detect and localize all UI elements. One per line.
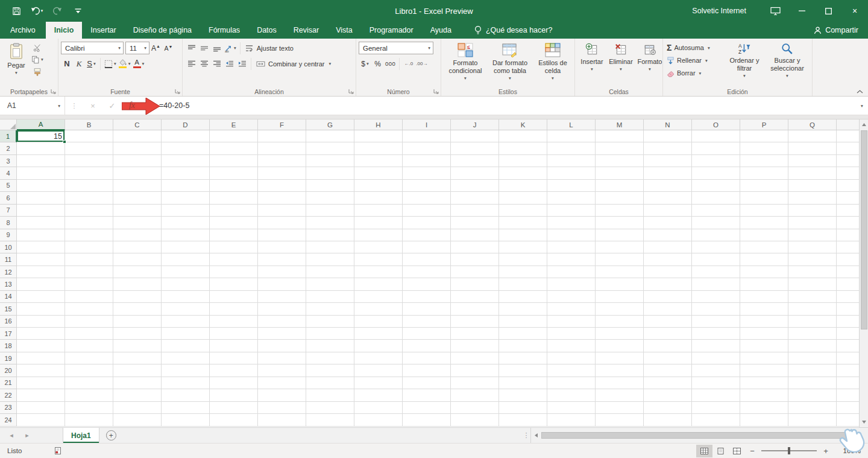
row-header-23[interactable]: 23: [0, 402, 17, 414]
tell-me-box[interactable]: ¿Qué desea hacer?: [474, 22, 553, 39]
cell-B20[interactable]: [65, 364, 113, 377]
cell-N22[interactable]: [644, 389, 692, 401]
cell-O2[interactable]: [692, 142, 740, 154]
fill-dropdown-icon[interactable]: ▾: [705, 58, 708, 63]
cell-M19[interactable]: [596, 352, 644, 364]
underline-button[interactable]: S▾: [85, 57, 98, 70]
cell-P6[interactable]: [740, 192, 788, 204]
fill-handle[interactable]: [63, 140, 66, 144]
cell-A5[interactable]: [17, 180, 65, 192]
cell-M3[interactable]: [596, 155, 644, 167]
cell-B18[interactable]: [65, 340, 113, 352]
cell-E17[interactable]: [210, 328, 258, 340]
cell-A21[interactable]: [17, 377, 65, 389]
name-box[interactable]: A1 ▾: [0, 97, 65, 115]
cell-I24[interactable]: [403, 414, 451, 426]
find-select-button[interactable]: Buscar y seleccionar ▾: [766, 41, 809, 87]
cell-I13[interactable]: [403, 278, 451, 290]
cell-M22[interactable]: [596, 389, 644, 401]
cell-L12[interactable]: [547, 266, 596, 278]
cell-C9[interactable]: [113, 229, 162, 241]
cell-N12[interactable]: [644, 266, 692, 278]
cell-O15[interactable]: [692, 303, 740, 315]
cell-P3[interactable]: [740, 155, 788, 167]
cell-H5[interactable]: [354, 180, 403, 192]
insert-function-button[interactable]: fx: [122, 97, 142, 115]
cell-N18[interactable]: [644, 340, 692, 352]
cell-D6[interactable]: [162, 192, 210, 204]
cell-A19[interactable]: [17, 352, 65, 364]
cell-E3[interactable]: [210, 155, 258, 167]
sheet-tab-hoja1[interactable]: Hoja1: [63, 428, 99, 443]
cell-D24[interactable]: [162, 414, 210, 426]
cell-J7[interactable]: [451, 205, 499, 217]
merge-center-dropdown-icon[interactable]: ▾: [329, 61, 332, 66]
cell-C21[interactable]: [113, 377, 162, 389]
cell-D12[interactable]: [162, 266, 210, 278]
cell-B17[interactable]: [65, 328, 113, 340]
previous-sheet-button[interactable]: ◂: [4, 428, 19, 443]
cell-L11[interactable]: [547, 253, 596, 266]
cell-L7[interactable]: [547, 205, 596, 217]
scroll-up-button[interactable]: [860, 119, 868, 130]
row-header-22[interactable]: 22: [0, 389, 17, 401]
cell-D21[interactable]: [162, 377, 210, 389]
cell-A4[interactable]: [17, 167, 65, 179]
find-select-dropdown-icon[interactable]: ▾: [786, 73, 788, 78]
cell-A12[interactable]: [17, 266, 65, 278]
cell-M13[interactable]: [596, 278, 644, 290]
cell-G22[interactable]: [306, 389, 354, 401]
cell-B12[interactable]: [65, 266, 113, 278]
cell-A10[interactable]: [17, 241, 65, 253]
cell-E2[interactable]: [210, 142, 258, 154]
cell-B2[interactable]: [65, 142, 113, 154]
cell-Q16[interactable]: [788, 316, 837, 328]
cell-Q18[interactable]: [788, 340, 837, 352]
row-header-9[interactable]: 9: [0, 229, 17, 241]
column-header-C[interactable]: C: [113, 119, 162, 130]
cell-D3[interactable]: [162, 155, 210, 167]
cell-M2[interactable]: [596, 142, 644, 154]
cell-Q14[interactable]: [788, 291, 837, 303]
format-as-table-dropdown-icon[interactable]: ▾: [509, 75, 511, 81]
cell-J16[interactable]: [451, 316, 499, 328]
cell-Q20[interactable]: [788, 364, 837, 377]
cell-O8[interactable]: [692, 217, 740, 229]
cell-B5[interactable]: [65, 180, 113, 192]
cell-M4[interactable]: [596, 167, 644, 179]
copy-dropdown-icon[interactable]: ▾: [41, 57, 43, 62]
cell-G9[interactable]: [306, 229, 354, 241]
cell-J1[interactable]: [451, 130, 499, 142]
tab-inicio[interactable]: Inicio: [46, 22, 83, 39]
sort-filter-button[interactable]: AZ Ordenar y filtrar ▾: [723, 41, 766, 87]
cell-D10[interactable]: [162, 241, 210, 253]
fill-color-dropdown-icon[interactable]: ▾: [128, 61, 131, 66]
cell-I14[interactable]: [403, 291, 451, 303]
cell-G18[interactable]: [306, 340, 354, 352]
cell-M10[interactable]: [596, 241, 644, 253]
cell-E20[interactable]: [210, 364, 258, 377]
cell-Q1[interactable]: [788, 130, 837, 142]
cell-Q13[interactable]: [788, 278, 837, 290]
display-settings-button[interactable]: [762, 0, 788, 22]
cell-G7[interactable]: [306, 205, 354, 217]
cell-P19[interactable]: [740, 352, 788, 364]
tab-datos[interactable]: Datos: [248, 22, 285, 39]
cell-N19[interactable]: [644, 352, 692, 364]
cell-H11[interactable]: [354, 253, 403, 266]
cell-N17[interactable]: [644, 328, 692, 340]
cell-K5[interactable]: [499, 180, 547, 192]
autosum-button[interactable]: Σ Autosuma ▾: [665, 42, 723, 54]
cell-L18[interactable]: [547, 340, 596, 352]
cell-C19[interactable]: [113, 352, 162, 364]
cell-Q17[interactable]: [788, 328, 837, 340]
align-middle-button[interactable]: [198, 42, 210, 54]
cell-P17[interactable]: [740, 328, 788, 340]
cell-K3[interactable]: [499, 155, 547, 167]
cell-styles-button[interactable]: Estilos de celda ▾: [533, 41, 573, 87]
cell-C1[interactable]: [113, 130, 162, 142]
row-header-5[interactable]: 5: [0, 180, 17, 192]
cell-I17[interactable]: [403, 328, 451, 340]
cell-L2[interactable]: [547, 142, 596, 154]
cell-Q21[interactable]: [788, 377, 837, 389]
